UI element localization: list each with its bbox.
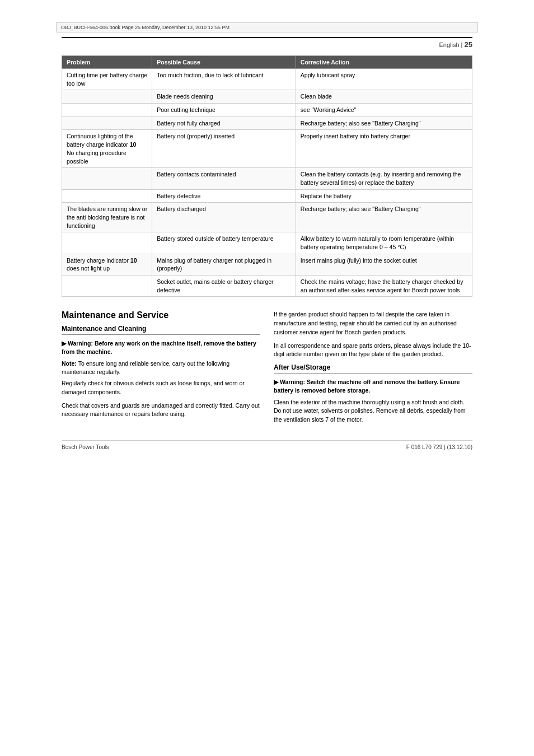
table-row: Continuous lighting of the battery charg… <box>62 130 472 168</box>
page-footer: Bosch Power Tools F 016 L70 729 | (13.12… <box>62 440 472 450</box>
table-row: Battery charge indicator 10 does not lig… <box>62 254 472 275</box>
table-cell-cause: Socket outlet, mains cable or battery ch… <box>152 276 296 297</box>
table-cell-cause: Battery not fully charged <box>152 116 296 130</box>
table-cell-cause: Battery defective <box>152 189 296 203</box>
table-row: Poor cutting techniquesee "Working Advic… <box>62 104 472 117</box>
table-header-cause: Possible Cause <box>152 56 296 69</box>
table-cell-cause: Battery discharged <box>152 203 296 232</box>
file-info-bar: OBJ_BUCH-564-006.book Page 25 Monday, De… <box>56 22 478 32</box>
table-header-problem: Problem <box>62 56 152 69</box>
table-cell-problem <box>62 104 152 117</box>
troubleshooting-table: Problem Possible Cause Corrective Action… <box>62 55 472 297</box>
table-cell-problem: Continuous lighting of the battery charg… <box>62 130 152 168</box>
table-cell-problem <box>62 189 152 203</box>
maintenance-section-title: Maintenance and Service <box>62 310 260 320</box>
table-cell-problem: Battery charge indicator 10 does not lig… <box>62 254 152 275</box>
table-row: Battery defectiveReplace the battery <box>62 189 472 203</box>
table-cell-action: see "Working Advice" <box>296 104 472 117</box>
table-row: The blades are running slow or the anti … <box>62 203 472 232</box>
table-cell-problem <box>62 276 152 297</box>
page-number-area: English | 25 <box>62 37 472 49</box>
table-cell-cause: Blade needs cleaning <box>152 90 296 104</box>
table-cell-action: Recharge battery; also see "Battery Char… <box>296 116 472 130</box>
warning-remove-battery: Warning: Before any work on the machine … <box>62 339 260 356</box>
after-use-title: After Use/Storage <box>274 363 472 374</box>
table-cell-problem <box>62 90 152 104</box>
table-cell-cause: Battery stored outside of battery temper… <box>152 232 296 254</box>
table-row: Battery contacts contaminatedClean the b… <box>62 168 472 189</box>
page-number: 25 <box>465 40 472 49</box>
maintenance-para2: Check that covers and guards are undamag… <box>62 402 260 419</box>
table-cell-problem <box>62 116 152 130</box>
table-cell-action: Apply lubricant spray <box>296 69 472 90</box>
table-row: Cutting time per battery charge too lowT… <box>62 69 472 90</box>
right-para2: In all correspondence and spare parts or… <box>274 342 472 360</box>
warning-after-use: Warning: Switch the machine off and remo… <box>274 378 472 394</box>
table-cell-action: Recharge battery; also see "Battery Char… <box>296 203 472 232</box>
table-cell-problem <box>62 232 152 254</box>
table-row: Battery stored outside of battery temper… <box>62 232 472 254</box>
table-cell-cause: Too much friction, due to lack of lubric… <box>152 69 296 90</box>
table-cell-problem: The blades are running slow or the anti … <box>62 203 152 232</box>
table-cell-cause: Battery contacts contaminated <box>152 168 296 189</box>
main-content: Maintenance and Service Maintenance and … <box>62 310 472 428</box>
footer-left: Bosch Power Tools <box>62 444 109 450</box>
table-cell-problem: Cutting time per battery charge too low <box>62 69 152 90</box>
table-row: Socket outlet, mains cable or battery ch… <box>62 276 472 297</box>
table-cell-cause: Battery not (properly) inserted <box>152 130 296 168</box>
table-cell-action: Clean blade <box>296 90 472 104</box>
table-row: Battery not fully chargedRecharge batter… <box>62 116 472 130</box>
table-row: Blade needs cleaningClean blade <box>62 90 472 104</box>
file-info-text: OBJ_BUCH-564-006.book Page 25 Monday, De… <box>61 25 229 30</box>
right-column: If the garden product should happen to f… <box>274 310 472 428</box>
table-cell-cause: Poor cutting technique <box>152 104 296 117</box>
table-cell-action: Clean the battery contacts (e.g. by inse… <box>296 168 472 189</box>
right-para1: If the garden product should happen to f… <box>274 310 472 337</box>
table-cell-action: Replace the battery <box>296 189 472 203</box>
table-cell-action: Allow battery to warm naturally to room … <box>296 232 472 254</box>
language-label: English | <box>439 41 464 48</box>
table-header-action: Corrective Action <box>296 56 472 69</box>
table-cell-action: Check the mains voltage; have the batter… <box>296 276 472 297</box>
table-cell-problem <box>62 168 152 189</box>
right-para3: Clean the exterior of the machine thorou… <box>274 398 472 424</box>
table-cell-cause: Mains plug of battery charger not plugge… <box>152 254 296 275</box>
note-text: Note: To ensure long and reliable servic… <box>62 360 260 376</box>
note-label: Note: <box>62 360 78 367</box>
footer-right: F 016 L70 729 | (13.12.10) <box>406 444 472 450</box>
note-content: To ensure long and reliable service, car… <box>62 360 229 375</box>
maintenance-para1: Regularly check for obvious defects such… <box>62 379 260 397</box>
left-column: Maintenance and Service Maintenance and … <box>62 310 260 428</box>
table-cell-action: Insert mains plug (fully) into the socke… <box>296 254 472 275</box>
table-cell-action: Properly insert battery into battery cha… <box>296 130 472 168</box>
maintenance-cleaning-title: Maintenance and Cleaning <box>62 325 260 335</box>
